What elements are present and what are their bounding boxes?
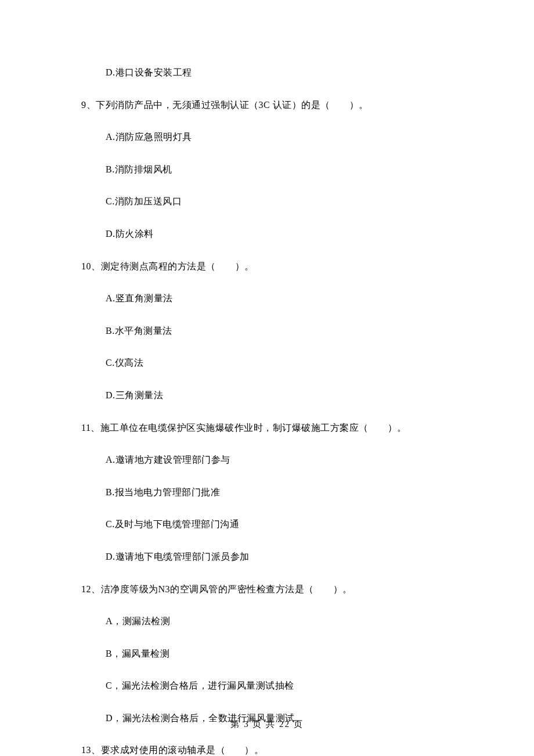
q8-option-d: D.港口设备安装工程 — [81, 65, 453, 80]
q9-option-c: C.消防加压送风口 — [81, 194, 453, 209]
q10-option-d: D.三角测量法 — [81, 388, 453, 403]
q13-stem: 13、要求成对使用的滚动轴承是（ ）。 — [81, 743, 453, 756]
q11-option-a: A.邀请地方建设管理部门参与 — [81, 452, 453, 467]
q10-option-b: B.水平角测量法 — [81, 323, 453, 339]
q9-option-a: A.消防应急照明灯具 — [81, 129, 453, 145]
q12-stem: 12、洁净度等级为N3的空调风管的严密性检查方法是（ ）。 — [81, 582, 453, 597]
q10-option-c: C.仪高法 — [81, 355, 453, 370]
q9-option-d: D.防火涂料 — [81, 226, 453, 242]
q9-stem: 9、下列消防产品中，无须通过强制认证（3C 认证）的是（ ）。 — [81, 98, 453, 113]
q12-option-b: B，漏风量检测 — [81, 646, 453, 661]
q9-option-b: B.消防排烟风机 — [81, 162, 453, 177]
q11-option-d: D.邀请地下电缆管理部门派员参加 — [81, 549, 453, 564]
q12-option-c: C，漏光法检测合格后，进行漏风量测试抽检 — [81, 678, 453, 693]
q10-stem: 10、测定待测点高程的方法是（ ）。 — [81, 259, 453, 274]
page-content: D.港口设备安装工程 9、下列消防产品中，无须通过强制认证（3C 认证）的是（ … — [81, 65, 453, 756]
q12-option-a: A，测漏法检测 — [81, 614, 453, 629]
q11-stem: 11、施工单位在电缆保护区实施爆破作业时，制订爆破施工方案应（ ）。 — [81, 420, 453, 435]
page-footer: 第 3 页 共 22 页 — [0, 719, 534, 730]
q11-option-c: C.及时与地下电缆管理部门沟通 — [81, 517, 453, 532]
q10-option-a: A.竖直角测量法 — [81, 291, 453, 306]
q11-option-b: B.报当地电力管理部门批准 — [81, 485, 453, 500]
